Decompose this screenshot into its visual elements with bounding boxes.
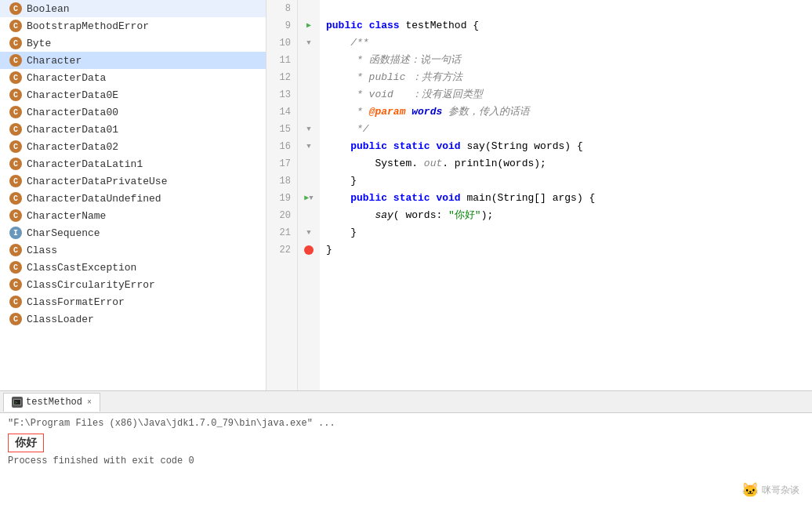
item-label: CharacterData02 — [27, 141, 118, 153]
item-label: ClassCastException — [27, 262, 136, 274]
sidebar-item[interactable]: CCharacter — [0, 52, 266, 69]
sidebar-item[interactable]: CCharacterDataLatin1 — [0, 155, 266, 172]
sidebar-item[interactable]: CBoolean — [0, 0, 266, 17]
line-number: 19 — [266, 190, 297, 207]
line-number: 15 — [266, 121, 297, 138]
tab-close-button[interactable]: × — [87, 398, 92, 407]
class-icon-c: C — [9, 37, 22, 49]
sidebar-item[interactable]: CCharacterData00 — [0, 103, 266, 121]
line-number: 11 — [266, 52, 297, 69]
class-icon-c: C — [9, 244, 22, 256]
sidebar-item[interactable]: CCharacterDataUndefined — [0, 190, 266, 207]
item-label: ClassLoader — [27, 314, 94, 325]
item-label: CharacterData0E — [27, 89, 118, 101]
editor-area: 8910111213141516171819202122 ▶▼▼▼▶▼▼ pub… — [266, 0, 812, 390]
gutter-cell — [298, 172, 320, 190]
console-tab[interactable]: >_ testMethod × — [3, 393, 100, 412]
sidebar-item[interactable]: CCharacterData02 — [0, 138, 266, 155]
item-label: CharSequence — [27, 227, 100, 239]
line-number: 20 — [266, 207, 297, 224]
item-label: BootstrapMethodError — [27, 20, 149, 32]
gutter-cell: ▼ — [298, 224, 320, 241]
code-line: public static void main(String[] args) { — [326, 190, 806, 207]
fold-icon[interactable]: ▼ — [306, 34, 310, 52]
code-line: } — [326, 172, 806, 190]
line-number: 12 — [266, 69, 297, 86]
code-line: * @param words 参数，传入的话语 — [326, 103, 806, 121]
tab-label: testMethod — [26, 397, 82, 408]
class-icon-c: C — [9, 278, 22, 291]
code-line: public static void say(String words) { — [326, 138, 806, 155]
sidebar-item[interactable]: CCharacterName — [0, 207, 266, 224]
item-label: CharacterName — [27, 210, 106, 222]
sidebar-item[interactable]: CByte — [0, 34, 266, 52]
console-content: "F:\Program Files (x86)\Java\jdk1.7.0_79… — [0, 413, 812, 508]
gutter-cell — [298, 69, 320, 86]
line-number: 9 — [266, 17, 297, 34]
console-exit: Process finished with exit code 0 — [8, 455, 804, 466]
class-icon-c: C — [9, 71, 22, 84]
line-number: 8 — [266, 0, 297, 17]
gutter-cell — [298, 52, 320, 69]
line-number: 22 — [266, 241, 297, 259]
sidebar[interactable]: CBooleanCBootstrapMethodErrorCByteCChara… — [0, 0, 266, 390]
gutter-cell — [298, 0, 320, 17]
fold-icon[interactable]: ▼ — [306, 224, 310, 241]
sidebar-item[interactable]: ICharSequence — [0, 224, 266, 241]
console-output: 你好 — [8, 434, 44, 452]
code-line: } — [326, 224, 806, 241]
class-icon-c: C — [9, 261, 22, 274]
fold-icon[interactable]: ▼ — [306, 138, 310, 155]
line-number: 13 — [266, 86, 297, 103]
sidebar-item[interactable]: CClassCastException — [0, 259, 266, 276]
code-lines[interactable]: public class testMethod { /** * 函数描述：说一句… — [320, 0, 812, 390]
item-label: CharacterDataPrivateUse — [27, 176, 167, 187]
error-icon — [304, 245, 314, 255]
line-number: 10 — [266, 34, 297, 52]
class-icon-c: C — [9, 296, 22, 308]
gutter-cell: ▶▼ — [298, 190, 320, 207]
code-line: /** — [326, 34, 806, 52]
sidebar-item[interactable]: CClassLoader — [0, 310, 266, 328]
gutter-cell — [298, 207, 320, 224]
class-icon-c: C — [9, 140, 22, 153]
sidebar-item[interactable]: CCharacterData01 — [0, 121, 266, 138]
code-line: * void ：没有返回类型 — [326, 86, 806, 103]
class-icon-i: I — [9, 227, 22, 239]
bottom-panel: >_ testMethod × "F:\Program Files (x86)\… — [0, 390, 812, 508]
sidebar-item[interactable]: CClass — [0, 241, 266, 259]
watermark: 🐱 咪哥杂谈 — [741, 481, 799, 499]
console-command: "F:\Program Files (x86)\Java\jdk1.7.0_79… — [8, 418, 804, 429]
sidebar-item[interactable]: CBootstrapMethodError — [0, 17, 266, 34]
class-icon-c: C — [9, 2, 22, 15]
sidebar-item[interactable]: CClassCircularityError — [0, 276, 266, 293]
code-line: System. out. println(words); — [326, 155, 806, 172]
run-arrow-icon[interactable]: ▶ — [306, 17, 311, 34]
line-numbers: 8910111213141516171819202122 — [266, 0, 298, 390]
item-label: CharacterData — [27, 72, 106, 84]
class-icon-c: C — [9, 54, 22, 67]
sidebar-item[interactable]: CCharacterData — [0, 69, 266, 86]
item-label: Class — [27, 245, 57, 256]
item-label: CharacterData01 — [27, 124, 118, 136]
fold-icon[interactable]: ▼ — [306, 121, 310, 138]
gutter-cell — [298, 241, 320, 259]
code-container: 8910111213141516171819202122 ▶▼▼▼▶▼▼ pub… — [266, 0, 812, 390]
line-number: 16 — [266, 138, 297, 155]
item-label: Boolean — [27, 3, 70, 15]
gutter-cell — [298, 86, 320, 103]
svg-text:>_: >_ — [15, 400, 20, 405]
sidebar-item[interactable]: CCharacterDataPrivateUse — [0, 172, 266, 190]
class-icon-c: C — [9, 313, 22, 325]
item-label: ClassCircularityError — [27, 279, 155, 291]
gutter: ▶▼▼▼▶▼▼ — [298, 0, 320, 390]
sidebar-item[interactable]: CCharacterData0E — [0, 86, 266, 103]
item-label: Character — [27, 55, 82, 67]
gutter-cell — [298, 155, 320, 172]
line-number: 17 — [266, 155, 297, 172]
class-icon-c: C — [9, 158, 22, 170]
item-label: Byte — [27, 38, 51, 49]
sidebar-item[interactable]: CClassFormatError — [0, 293, 266, 310]
class-icon-c: C — [9, 89, 22, 101]
item-label: ClassFormatError — [27, 296, 125, 308]
